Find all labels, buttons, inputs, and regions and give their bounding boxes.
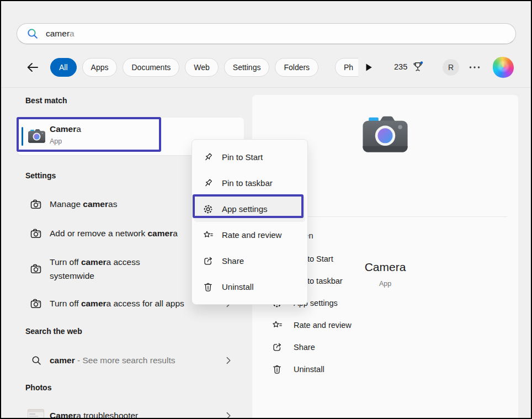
tab-documents[interactable]: Documents xyxy=(123,58,179,77)
photos-result-item[interactable]: Camera troubleshooter xyxy=(18,404,244,419)
back-arrow-icon xyxy=(25,60,40,75)
search-suggestion: a xyxy=(70,29,75,39)
menu-item-uninstall[interactable]: Uninstall xyxy=(192,274,307,300)
window-thumbnail xyxy=(28,409,44,419)
tab-web[interactable]: Web xyxy=(185,58,219,77)
camera-outline-icon xyxy=(30,198,42,210)
avatar[interactable]: R xyxy=(443,59,459,76)
share-icon xyxy=(272,342,283,353)
ellipsis-icon xyxy=(469,63,481,72)
trash-icon xyxy=(272,364,283,375)
tab-folders[interactable]: Folders xyxy=(275,58,318,77)
camera-app-icon xyxy=(28,129,46,144)
search-input[interactable]: camera xyxy=(17,23,516,44)
selection-accent-bar xyxy=(22,127,23,146)
section-heading-photos: Photos xyxy=(25,383,51,392)
filter-tabs: All Apps Documents Web Settings Folders xyxy=(50,58,318,77)
pin-icon xyxy=(203,152,214,163)
menu-item-rate-and-review[interactable]: Rate and review xyxy=(192,222,307,248)
back-button[interactable] xyxy=(25,60,40,75)
web-result-item[interactable]: camer - See more search results xyxy=(18,348,244,373)
preview-action-share[interactable]: Share xyxy=(252,336,518,358)
copilot-icon[interactable] xyxy=(493,57,514,78)
avatar-initial: R xyxy=(448,63,454,72)
best-match-title: Camera xyxy=(50,124,81,134)
search-query: camer xyxy=(46,29,70,39)
rate-review-icon xyxy=(203,230,214,241)
tab-apps[interactable]: Apps xyxy=(82,58,118,77)
menu-item-pin-to-taskbar[interactable]: Pin to taskbar xyxy=(192,170,307,196)
camera-outline-icon xyxy=(30,263,42,275)
rewards-trophy-icon xyxy=(412,61,424,73)
search-window: camera All Apps Documents Web Settings F… xyxy=(0,0,532,419)
tab-photos-clipped[interactable]: Ph xyxy=(335,58,358,77)
rewards-badge[interactable]: 235 xyxy=(394,61,424,73)
chevron-right-icon xyxy=(223,355,234,366)
camera-app-icon-large xyxy=(361,115,409,155)
context-menu: Pin to Start Pin to taskbar App settings… xyxy=(191,139,308,305)
menu-item-app-settings[interactable]: App settings xyxy=(194,196,305,222)
section-heading-best-match: Best match xyxy=(25,96,67,105)
play-icon xyxy=(363,62,374,73)
gear-icon xyxy=(203,204,214,215)
header-divider xyxy=(1,87,531,88)
section-heading-settings: Settings xyxy=(25,171,56,180)
preview-action-rate-and-review[interactable]: Rate and review xyxy=(252,314,518,336)
search-icon xyxy=(31,355,42,366)
tab-all[interactable]: All xyxy=(50,58,77,77)
share-icon xyxy=(203,256,214,267)
menu-item-share[interactable]: Share xyxy=(192,248,307,274)
trash-icon xyxy=(203,282,214,293)
camera-outline-icon xyxy=(30,298,42,310)
rewards-count: 235 xyxy=(394,61,407,73)
tab-settings[interactable]: Settings xyxy=(224,58,270,77)
menu-item-pin-to-start[interactable]: Pin to Start xyxy=(192,144,307,170)
camera-outline-icon xyxy=(30,227,42,240)
more-options-button[interactable] xyxy=(469,63,481,72)
search-icon xyxy=(26,28,39,40)
rate-review-icon xyxy=(272,320,283,331)
section-heading-web: Search the web xyxy=(25,327,82,336)
pin-icon xyxy=(203,178,214,189)
chevron-right-icon xyxy=(223,410,234,419)
preview-action-uninstall[interactable]: Uninstall xyxy=(252,358,518,380)
more-filters-button[interactable] xyxy=(363,62,374,73)
best-match-subtitle: App xyxy=(50,137,62,145)
